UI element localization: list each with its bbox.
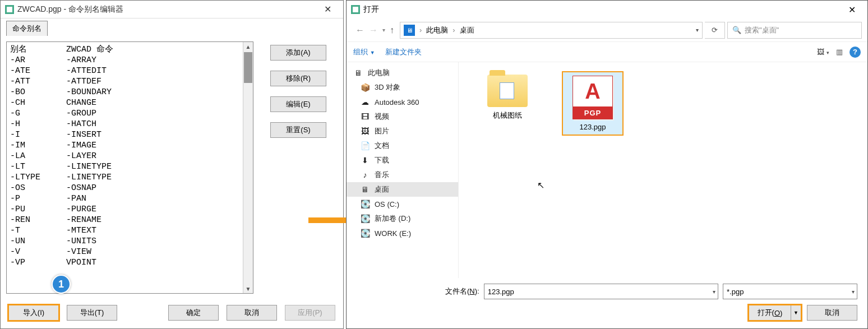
- reset-button[interactable]: 重置(S): [270, 122, 326, 138]
- sidebar-item[interactable]: 💽WORK (E:): [347, 226, 458, 240]
- new-folder-button[interactable]: 新建文件夹: [385, 47, 422, 57]
- sidebar-item[interactable]: 🖼图片: [347, 124, 458, 138]
- open-dropdown-icon[interactable]: ▼: [791, 305, 801, 320]
- add-button[interactable]: 添加(A): [270, 45, 326, 61]
- col-cmd-header: ZWCAD 命令: [66, 44, 239, 55]
- svg-rect-5: [353, 7, 358, 12]
- sidebar-icon: 💽: [360, 214, 370, 224]
- left-title: ZWCAD.pgp - 命令别名编辑器: [17, 4, 123, 15]
- table-row[interactable]: -LTYPE-LINETYPE: [10, 172, 239, 183]
- table-row[interactable]: -T-MTEXT: [10, 225, 239, 236]
- sidebar-icon: 🖼: [360, 126, 370, 136]
- table-row[interactable]: -LA-LAYER: [10, 151, 239, 161]
- nav-back-icon[interactable]: ←: [355, 25, 364, 35]
- breadcrumb-dropdown-icon[interactable]: ▾: [696, 27, 699, 33]
- sidebar-item[interactable]: 💽新加卷 (D:): [347, 211, 458, 226]
- filename-input[interactable]: 123.pgp▾: [484, 284, 718, 299]
- breadcrumb-folder[interactable]: 桌面: [460, 25, 474, 35]
- edit-button[interactable]: 编辑(E): [270, 96, 326, 112]
- tab-row: 命令别名: [1, 18, 343, 36]
- sidebar-item[interactable]: ☁Autodesk 360: [347, 95, 458, 109]
- table-row[interactable]: -OS-OSNAP: [10, 183, 239, 193]
- cursor-icon: ↖: [537, 180, 544, 191]
- table-row[interactable]: -IM-IMAGE: [10, 140, 239, 151]
- sidebar-icon: 🖥: [353, 68, 363, 78]
- filename-label: 文件名(N):: [445, 286, 479, 296]
- alias-editor-dialog: ZWCAD.pgp - 命令别名编辑器 ✕ 命令别名 别名 ZWCAD 命令 -…: [0, 0, 344, 329]
- export-button[interactable]: 导出(T): [67, 305, 117, 321]
- breadcrumb-root[interactable]: 此电脑: [426, 25, 448, 35]
- sidebar-icon: ☁: [360, 97, 370, 107]
- open-button[interactable]: 打开(O) ▼: [749, 305, 801, 321]
- scroll-up-icon[interactable]: ▲: [243, 42, 253, 51]
- scroll-thumb[interactable]: [244, 52, 252, 83]
- open-file-dialog: 打开 ✕ ← → ▾ ↑ 🖥 此电脑 桌面 ▾ ⟳ 🔍 搜索"桌面" 组织 ▼ …: [346, 0, 868, 329]
- refresh-icon[interactable]: ⟳: [705, 22, 725, 39]
- table-row[interactable]: -REN-RENAME: [10, 215, 239, 225]
- sidebar-icon: 💽: [360, 199, 370, 209]
- sidebar-icon: 📦: [360, 82, 370, 92]
- left-titlebar: ZWCAD.pgp - 命令别名编辑器 ✕: [1, 1, 343, 18]
- table-row[interactable]: -UN-UNITS: [10, 236, 239, 247]
- table-row[interactable]: -ATT-ATTDEF: [10, 76, 239, 87]
- filter-combo[interactable]: *.pgp▾: [723, 284, 857, 299]
- right-titlebar: 打开 ✕: [347, 1, 867, 18]
- close-icon[interactable]: ✕: [316, 4, 339, 15]
- files-area[interactable]: 机械图纸 A PGP 123.pgp ↖: [459, 62, 867, 278]
- ok-button[interactable]: 确定: [168, 305, 219, 321]
- apply-button: 应用(P): [285, 305, 335, 321]
- table-row[interactable]: -AR-ARRAY: [10, 55, 239, 66]
- sidebar-item[interactable]: 📦3D 对象: [347, 80, 458, 95]
- sidebar-item[interactable]: 💽OS (C:): [347, 197, 458, 211]
- folder-item[interactable]: 机械图纸: [477, 71, 538, 124]
- table-row[interactable]: -I-INSERT: [10, 129, 239, 140]
- table-row[interactable]: -PU-PURGE: [10, 204, 239, 215]
- sidebar-icon: 💽: [360, 228, 370, 238]
- pc-icon: 🖥: [404, 25, 415, 36]
- sidebar-tree[interactable]: 🖥此电脑📦3D 对象☁Autodesk 360🎞视频🖼图片📄文档⬇下载♪音乐🖥桌…: [347, 62, 459, 278]
- folder-label: 机械图纸: [493, 110, 522, 121]
- help-icon[interactable]: ?: [849, 47, 861, 58]
- sidebar-item[interactable]: ⬇下载: [347, 153, 458, 168]
- table-row[interactable]: -VPVPOINT: [10, 257, 239, 268]
- nav-forward-icon: →: [369, 25, 378, 35]
- table-row[interactable]: -BO-BOUNDARY: [10, 87, 239, 98]
- import-button[interactable]: 导入(I): [8, 305, 59, 321]
- table-row[interactable]: -LT-LINETYPE: [10, 161, 239, 172]
- view-details-icon[interactable]: ▥: [836, 48, 843, 56]
- nav-recent-icon[interactable]: ▾: [382, 27, 385, 33]
- table-row[interactable]: -ATE-ATTEDIT: [10, 66, 239, 76]
- sidebar-icon: 🎞: [360, 112, 370, 122]
- scrollbar[interactable]: ▲ ▼: [243, 42, 253, 293]
- search-input[interactable]: 🔍 搜索"桌面": [727, 22, 862, 39]
- sidebar-item[interactable]: 🎞视频: [347, 109, 458, 124]
- tab-alias[interactable]: 命令别名: [6, 21, 48, 36]
- app-icon: [351, 5, 360, 14]
- file-item-pgp[interactable]: A PGP 123.pgp: [562, 71, 624, 136]
- annotation-1: 1: [52, 275, 71, 294]
- breadcrumb[interactable]: 🖥 此电脑 桌面 ▾: [400, 22, 703, 39]
- sidebar-item[interactable]: ♪音乐: [347, 168, 458, 182]
- view-thumbnails-icon[interactable]: 🖼 ▾: [817, 48, 829, 56]
- nav-up-icon[interactable]: ↑: [390, 25, 394, 35]
- sidebar-item[interactable]: 🖥此电脑: [347, 66, 458, 80]
- right-title: 打开: [363, 4, 379, 15]
- cancel-button[interactable]: 取消: [227, 305, 277, 321]
- organize-menu[interactable]: 组织 ▼: [353, 47, 375, 57]
- alias-list[interactable]: 别名 ZWCAD 命令 -AR-ARRAY-ATE-ATTEDIT-ATT-AT…: [6, 41, 253, 294]
- table-row[interactable]: -CHCHANGE: [10, 98, 239, 108]
- app-icon: [5, 5, 14, 14]
- cancel-open-button[interactable]: 取消: [807, 305, 857, 321]
- folder-icon: [487, 75, 528, 107]
- table-row[interactable]: -V-VIEW: [10, 247, 239, 257]
- sidebar-item[interactable]: 📄文档: [347, 138, 458, 153]
- table-row[interactable]: -G-GROUP: [10, 108, 239, 119]
- sidebar-item[interactable]: 🖥桌面: [347, 182, 458, 197]
- col-alias-header: 别名: [10, 44, 66, 55]
- sidebar-icon: ⬇: [360, 155, 370, 165]
- close-icon[interactable]: ✕: [841, 4, 863, 15]
- table-row[interactable]: -P-PAN: [10, 193, 239, 204]
- scroll-down-icon[interactable]: ▼: [243, 284, 253, 293]
- table-row[interactable]: -H-HATCH: [10, 119, 239, 129]
- remove-button[interactable]: 移除(R): [270, 71, 326, 86]
